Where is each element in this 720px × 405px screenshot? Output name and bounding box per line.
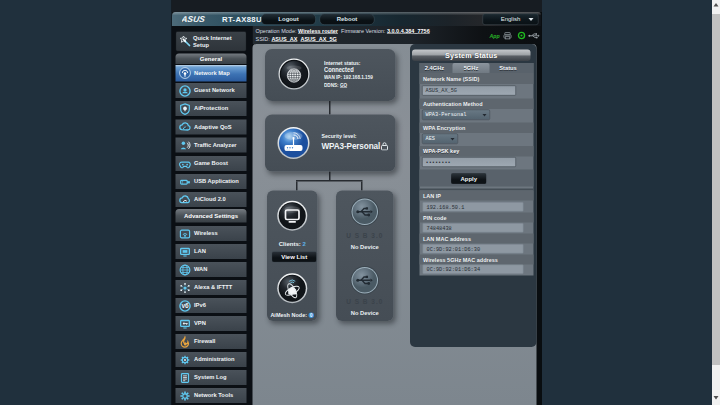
svg-text:v6: v6 [181, 302, 189, 309]
svg-text:ASUS: ASUS [182, 14, 206, 24]
